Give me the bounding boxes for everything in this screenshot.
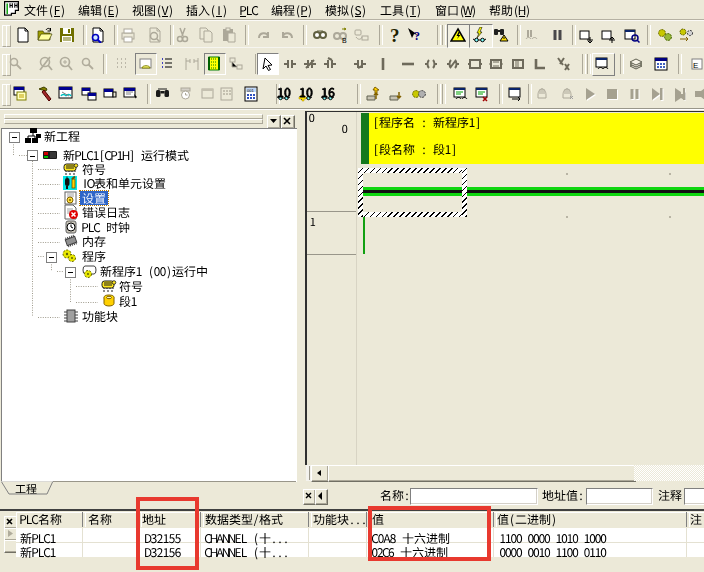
svg-text:E: E bbox=[693, 61, 698, 70]
svg-text:001: 001 bbox=[247, 88, 254, 93]
svg-text:?: ? bbox=[390, 27, 400, 43]
svg-text:?: ? bbox=[414, 29, 420, 43]
svg-text:B: B bbox=[342, 37, 347, 43]
